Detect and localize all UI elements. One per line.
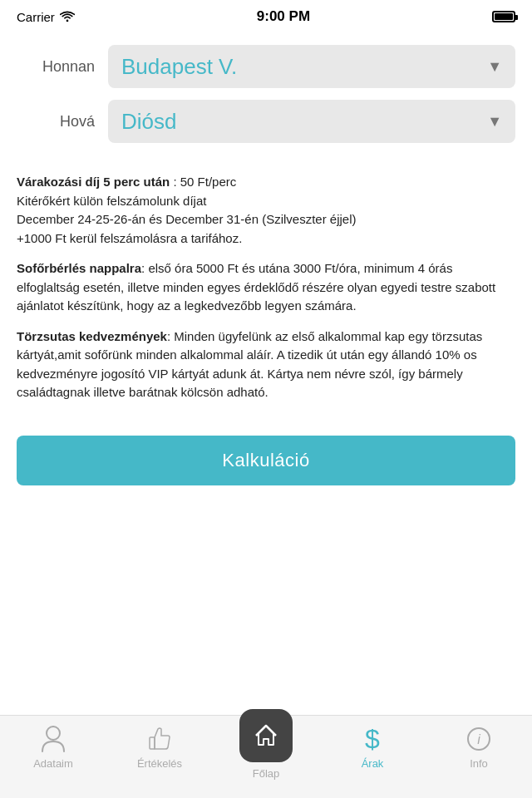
calc-button[interactable]: Kalkuláció xyxy=(17,436,515,485)
carrier-text: Carrier xyxy=(17,10,55,24)
info-bold-2: Sofőrbérlés nappalra xyxy=(17,261,141,275)
info-paragraph-3: Törzsutas kedvezmények: Minden ügyfelünk… xyxy=(17,328,515,402)
tab-ertekeles[interactable]: Értékelés xyxy=(106,724,213,770)
to-dropdown[interactable]: Diósd ▼ xyxy=(108,100,515,143)
from-row: Honnan Budapest V. ▼ xyxy=(17,45,515,88)
info-section: Várakozási díj 5 perc után : 50 Ft/percK… xyxy=(0,166,532,427)
info-paragraph-2: Sofőrbérlés nappalra: első óra 5000 Ft é… xyxy=(17,259,515,316)
tab-folap-label: Főlap xyxy=(253,767,280,780)
tab-bar: Adataim Értékelés Főlap $ Árak xyxy=(0,715,532,798)
carrier-wifi: Carrier xyxy=(17,10,75,24)
status-time: 9:00 PM xyxy=(257,8,310,25)
calc-button-wrap: Kalkuláció xyxy=(0,427,532,497)
battery-area xyxy=(492,11,515,22)
tab-adataim[interactable]: Adataim xyxy=(0,724,106,770)
person-icon xyxy=(38,724,68,754)
wifi-icon xyxy=(60,11,75,22)
status-bar: Carrier 9:00 PM xyxy=(0,0,532,33)
svg-rect-2 xyxy=(150,737,155,749)
svg-point-1 xyxy=(47,727,60,740)
tab-ertekeles-label: Értékelés xyxy=(137,757,182,770)
info-icon: i xyxy=(464,724,494,754)
svg-point-0 xyxy=(66,20,68,22)
to-label: Hová xyxy=(17,113,108,131)
to-value: Diósd xyxy=(121,109,176,135)
info-bold-1: Várakozási díj 5 perc után xyxy=(17,175,170,189)
tab-info[interactable]: i Info xyxy=(426,724,532,770)
dropdowns-section: Honnan Budapest V. ▼ Hová Diósd ▼ xyxy=(0,33,532,166)
home-icon xyxy=(252,722,280,750)
thumbsup-icon xyxy=(145,724,175,754)
tab-folap-bg xyxy=(239,709,293,762)
tab-adataim-label: Adataim xyxy=(33,757,73,770)
svg-text:i: i xyxy=(477,732,480,746)
battery-icon xyxy=(492,11,515,22)
to-row: Hová Diósd ▼ xyxy=(17,100,515,143)
tab-arak[interactable]: $ Árak xyxy=(319,724,426,770)
info-bold-3: Törzsutas kedvezmények xyxy=(17,329,167,343)
dollar-icon: $ xyxy=(357,724,387,754)
tab-info-label: Info xyxy=(470,757,488,770)
info-paragraph-1: Várakozási díj 5 perc után : 50 Ft/percK… xyxy=(17,173,515,248)
from-arrow-icon: ▼ xyxy=(487,58,502,76)
tab-arak-label: Árak xyxy=(362,757,384,770)
tab-folap[interactable]: Főlap xyxy=(213,724,319,780)
from-dropdown[interactable]: Budapest V. ▼ xyxy=(108,45,515,88)
to-arrow-icon: ▼ xyxy=(487,113,502,131)
svg-text:$: $ xyxy=(365,725,380,753)
from-value: Budapest V. xyxy=(121,54,237,80)
from-label: Honnan xyxy=(17,58,108,76)
